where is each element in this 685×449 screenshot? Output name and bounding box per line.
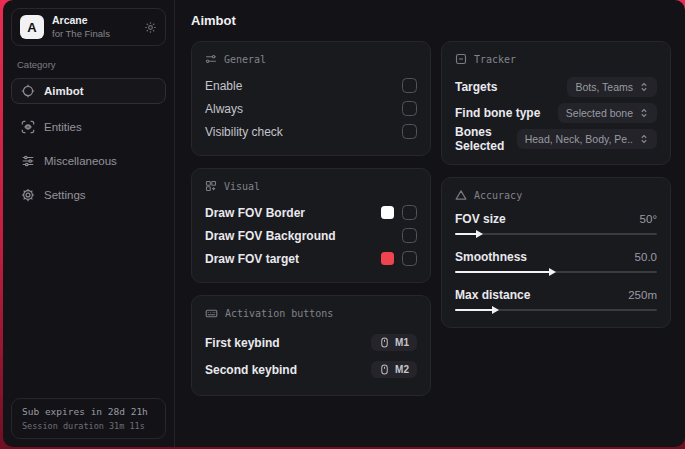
sidebar-item-label: Entities	[44, 121, 82, 133]
setting-label: Draw FOV target	[205, 252, 299, 266]
sidebar-item-miscellaneous[interactable]: Miscellaneous	[11, 148, 166, 174]
fov-background-checkbox[interactable]	[402, 228, 417, 243]
grid-icon	[205, 180, 217, 192]
gear-icon	[21, 188, 35, 202]
second-keybind-button[interactable]: M2	[371, 361, 417, 378]
dropdown-value: Bots, Teams	[575, 81, 633, 93]
slider-max-distance: Max distance 250m	[455, 286, 657, 315]
crosshair-icon	[21, 84, 35, 98]
mouse-icon	[379, 364, 390, 375]
card-title: Visual	[224, 181, 260, 192]
first-keybind-button[interactable]: M1	[371, 334, 417, 351]
fov-size-slider[interactable]	[455, 229, 657, 239]
visual-card: Visual Draw FOV Border Draw FOV Backgrou…	[191, 168, 431, 283]
setting-label: Draw FOV Background	[205, 229, 336, 243]
enable-checkbox[interactable]	[402, 78, 417, 93]
setting-label: Targets	[455, 80, 497, 94]
accuracy-card: Accuracy FOV size 50°	[441, 177, 671, 328]
slider-value: 50°	[640, 213, 657, 225]
triangle-icon	[455, 189, 467, 201]
general-card: General Enable Always Visibility check	[191, 41, 431, 156]
sub-expiry-text: Sub expires in 28d 21h	[22, 406, 155, 417]
keyboard-icon	[205, 307, 218, 320]
color-swatch[interactable]	[381, 206, 394, 219]
chevrons-up-down-icon	[639, 108, 649, 118]
page-title: Aimbot	[191, 13, 671, 28]
tracker-row-targets: Targets Bots, Teams	[455, 74, 657, 100]
bones-selected-dropdown[interactable]: Head, Neck, Body, Pe..	[517, 129, 657, 149]
slider-label: Smoothness	[455, 250, 527, 264]
setting-row-enable: Enable	[205, 74, 417, 97]
setting-label: First keybind	[205, 336, 280, 350]
tracker-row-bones-selected: Bones Selected Head, Neck, Body, Pe..	[455, 126, 657, 152]
subscription-info: Sub expires in 28d 21h Session duration …	[11, 398, 166, 439]
slider-label: Max distance	[455, 288, 530, 302]
app-window: A Arcane for The Finals Category Aimbot	[3, 0, 685, 447]
fov-target-checkbox[interactable]	[402, 251, 417, 266]
tracker-card: Tracker Targets Bots, Teams	[441, 41, 671, 165]
gear-icon[interactable]	[144, 21, 157, 34]
setting-label: Always	[205, 102, 243, 116]
card-title: Activation buttons	[225, 308, 333, 319]
main-content: Aimbot General Enable	[176, 0, 685, 447]
sidebar-item-entities[interactable]: Entities	[11, 114, 166, 140]
smoothness-slider[interactable]	[455, 267, 657, 277]
brand-card: A Arcane for The Finals	[11, 8, 166, 46]
setting-row-fov-background: Draw FOV Background	[205, 224, 417, 247]
slider-value: 50.0	[635, 251, 657, 263]
setting-label: Draw FOV Border	[205, 206, 305, 220]
setting-label: Enable	[205, 79, 242, 93]
slider-smoothness: Smoothness 50.0	[455, 248, 657, 277]
session-duration-text: Session duration 31m 11s	[22, 421, 155, 431]
sidebar-item-aimbot[interactable]: Aimbot	[11, 78, 166, 104]
setting-row-visibility-check: Visibility check	[205, 120, 417, 143]
keybind-value: M2	[395, 364, 409, 375]
sidebar: A Arcane for The Finals Category Aimbot	[3, 0, 175, 447]
tracker-row-find-bone-type: Find bone type Selected bone	[455, 100, 657, 126]
chevrons-up-down-icon	[639, 134, 649, 144]
sliders-icon	[21, 154, 35, 168]
category-label: Category	[17, 59, 166, 70]
keybind-row-first: First keybind M1	[205, 329, 417, 356]
keybind-row-second: Second keybind M2	[205, 356, 417, 383]
app-subtitle: for The Finals	[52, 29, 136, 39]
fov-border-checkbox[interactable]	[402, 205, 417, 220]
sidebar-item-label: Settings	[44, 189, 86, 201]
mouse-icon	[379, 337, 390, 348]
sidebar-item-label: Aimbot	[44, 85, 84, 97]
slider-thumb[interactable]	[492, 306, 499, 314]
card-title: Tracker	[474, 54, 516, 65]
app-name: Arcane	[52, 15, 136, 27]
app-logo: A	[20, 15, 44, 39]
focus-frame-icon	[455, 53, 467, 65]
card-title: Accuracy	[474, 190, 522, 201]
max-distance-slider[interactable]	[455, 305, 657, 315]
chevrons-up-down-icon	[639, 82, 649, 92]
slider-value: 250m	[628, 289, 657, 301]
slider-label: FOV size	[455, 212, 506, 226]
slider-thumb[interactable]	[549, 268, 556, 276]
setting-row-fov-target: Draw FOV target	[205, 247, 417, 270]
keybind-value: M1	[395, 337, 409, 348]
setting-label: Bones Selected	[455, 125, 517, 153]
sidebar-item-label: Miscellaneous	[44, 155, 117, 167]
slider-fov-size: FOV size 50°	[455, 210, 657, 239]
setting-row-fov-border: Draw FOV Border	[205, 201, 417, 224]
settings-sliders-icon	[205, 53, 217, 65]
visibility-check-checkbox[interactable]	[402, 124, 417, 139]
setting-row-always: Always	[205, 97, 417, 120]
setting-label: Find bone type	[455, 106, 540, 120]
setting-label: Visibility check	[205, 125, 283, 139]
dropdown-value: Head, Neck, Body, Pe..	[525, 133, 633, 145]
setting-label: Second keybind	[205, 363, 297, 377]
always-checkbox[interactable]	[402, 101, 417, 116]
card-title: General	[224, 54, 266, 65]
color-swatch[interactable]	[381, 252, 394, 265]
slider-thumb[interactable]	[476, 230, 483, 238]
activation-card: Activation buttons First keybind M1	[191, 295, 431, 396]
sidebar-item-settings[interactable]: Settings	[11, 182, 166, 208]
dropdown-value: Selected bone	[566, 107, 633, 119]
targets-dropdown[interactable]: Bots, Teams	[567, 77, 657, 97]
find-bone-type-dropdown[interactable]: Selected bone	[558, 103, 657, 123]
scan-eye-icon	[21, 120, 35, 134]
